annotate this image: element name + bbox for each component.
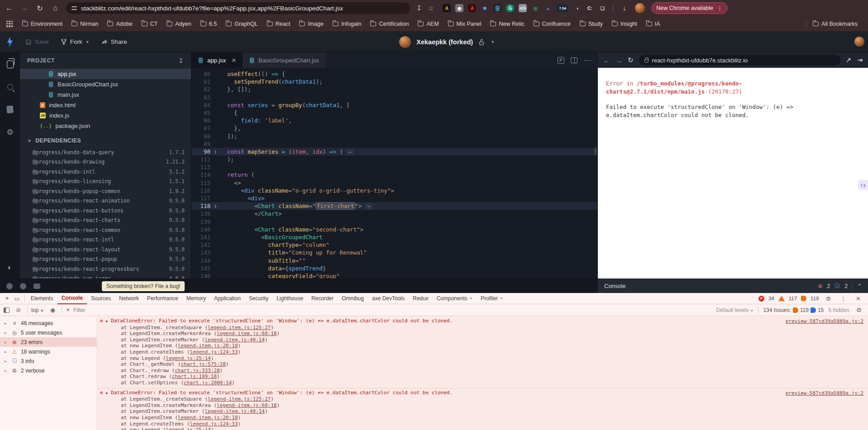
apps-grid-icon[interactable] <box>6 21 13 27</box>
stack-frame-link[interactable]: legend-item.js:125:27 <box>208 325 271 331</box>
prettier-icon[interactable]: P <box>558 57 564 64</box>
log-levels-select[interactable]: Default levels ▼ <box>716 307 754 313</box>
clipboard-ext-icon[interactable]: ❏ <box>598 4 606 12</box>
console-settings-icon[interactable]: ⚙ <box>856 307 862 313</box>
code-line[interactable]: 145 data={spendTrend} <box>191 265 597 272</box>
home-icon[interactable]: ⌂ <box>51 4 60 12</box>
stack-frame-link[interactable]: legend-item.js:40:14 <box>205 337 264 343</box>
stack-frame-link[interactable]: chart.js:199:18 <box>172 373 217 379</box>
dependency-item[interactable]: @progress/kendo-licensing1.5.1 <box>20 177 191 187</box>
bookmark-folder[interactable]: Study <box>576 19 607 28</box>
chevron-down-icon[interactable]: ▼ <box>491 40 495 44</box>
open-side-icon[interactable]: ⇥ <box>857 56 863 64</box>
bookmark-folder[interactable]: New Relic <box>486 19 528 28</box>
bookmark-folder[interactable]: Infogain <box>329 19 365 28</box>
stack-frame-link[interactable]: legend.js:124:33 <box>190 421 238 427</box>
device-toolbar-icon[interactable]: ▭ <box>14 295 19 302</box>
devtools-tab-performance[interactable]: Performance <box>143 293 182 304</box>
code-line[interactable]: 89 <box>191 140 597 148</box>
bookmark-folder[interactable]: GraphQL <box>222 19 262 28</box>
code-line[interactable]: 143 title="Coming up for Renewal" <box>191 249 597 256</box>
devtools-tab-application[interactable]: Application <box>210 293 245 304</box>
search-panel-icon[interactable] <box>5 81 15 92</box>
bookmark-folder[interactable]: Nirman <box>67 19 102 28</box>
hidden-messages-label[interactable]: 5 hidden <box>828 307 849 313</box>
kebab-icon[interactable]: ⋮ <box>717 5 723 12</box>
preview-panel-handle[interactable]: ❮❯ <box>858 180 868 190</box>
code-line[interactable]: 144 subTitle="" <box>191 257 597 265</box>
devtools-tab-axe-devtools[interactable]: axe DevTools <box>368 293 409 304</box>
dropper-ext-icon[interactable]: ◑ <box>573 4 581 12</box>
code-line[interactable]: 140 <Chart className="second-chart"> <box>191 226 597 233</box>
dependency-item[interactable]: @progress/kendo-intl3.1.2 <box>20 167 191 177</box>
console-error-group[interactable]: ⊗▶DataCloneError: Failed to execute 'str… <box>97 317 868 388</box>
error-message-row[interactable]: ⊗▶DataCloneError: Failed to execute 'str… <box>100 318 864 325</box>
warning-count-icon[interactable] <box>778 296 785 301</box>
dependency-item[interactable]: @progress/kendo-popup-common1.9.2 <box>20 186 191 196</box>
screenshot-icon[interactable] <box>33 284 40 289</box>
more-actions-icon[interactable]: ⋯ <box>584 56 591 65</box>
stack-frame-link[interactable]: legend.js:124:33 <box>190 349 238 355</box>
target-ext-icon[interactable]: ◎ <box>531 4 539 12</box>
error-message-row[interactable]: ⊗▶DataCloneError: Failed to execute 'str… <box>100 390 864 397</box>
file-item-package-json[interactable]: {..}package.json <box>20 121 191 131</box>
dependency-item[interactable]: @progress/kendo-react-popup9.5.0 <box>20 255 191 265</box>
file-item-app-jsx[interactable]: app.jsx <box>20 69 191 79</box>
editor-scrollbar-thumb[interactable] <box>594 147 596 155</box>
dependency-item[interactable]: @progress/kendo-svg-icons4.0.0 <box>20 274 191 279</box>
devtools-tab-sources[interactable]: Sources <box>87 293 115 304</box>
file-item-main-jsx[interactable]: main.jsx <box>20 90 191 100</box>
bookmark-folder[interactable]: CT <box>138 19 162 28</box>
console-filter-verbose[interactable]: ▸⚙2 verbose <box>0 366 97 375</box>
preview-address[interactable]: react-hxpthdxt-ufdubb7e.stackblitz.io <box>639 55 840 66</box>
back-icon[interactable]: ← <box>5 4 14 12</box>
preview-forward-icon[interactable]: → <box>615 57 622 64</box>
devtools-settings-icon[interactable]: ⚙ <box>825 295 831 302</box>
files-panel-icon[interactable] <box>5 59 15 70</box>
address-bar[interactable]: stackblitz.com/edit/react-hxpthdxt-ufdub… <box>66 2 410 14</box>
code-line[interactable]: 88 ]); <box>191 132 597 140</box>
fork-button[interactable]: Fork ▼ <box>61 38 90 45</box>
console-filter-user[interactable]: ▸◎5 user messages <box>0 328 97 337</box>
folded-code-icon[interactable]: ⋯ <box>365 203 373 209</box>
bookmark-folder[interactable]: React <box>263 19 295 28</box>
bookmark-folder[interactable]: Environment <box>18 19 67 28</box>
code-line[interactable]: 112 ); <box>191 156 597 163</box>
tab-app-jsx[interactable]: app.jsx ✕ <box>191 52 243 68</box>
bookmark-folder[interactable]: Adyen <box>162 19 195 28</box>
bookmark-folder[interactable]: Image <box>295 19 328 28</box>
devtools-tab-omnibug[interactable]: Omnibug <box>338 293 368 304</box>
code-line[interactable]: 85 { <box>191 109 597 117</box>
inspect-element-icon[interactable]: ⌖ <box>5 295 9 302</box>
devtools-close-icon[interactable]: ✕ <box>856 295 861 302</box>
dependency-item[interactable]: @progress/kendo-react-animation9.5.0 <box>20 196 191 206</box>
code-line[interactable]: 81 setSpendTrend(chartData1); <box>191 78 597 85</box>
stack-frame-link[interactable]: legend.js:25:14 <box>166 427 210 430</box>
code-line[interactable]: 115 <> <box>191 179 597 187</box>
code-line[interactable]: 87 }, <box>191 124 597 132</box>
expand-caret-icon[interactable]: ▸ <box>5 321 8 326</box>
bug-ext-icon[interactable]: ✱ <box>481 4 489 12</box>
console-error-group[interactable]: ⊗▶DataCloneError: Failed to execute 'str… <box>97 388 868 430</box>
site-settings-icon[interactable] <box>72 6 77 10</box>
code-line[interactable]: 114 return ( <box>191 171 597 179</box>
stackblitz-logo[interactable] <box>6 37 14 47</box>
bookmark-folder[interactable]: Mix Panel <box>444 19 486 28</box>
split-editor-icon[interactable] <box>571 57 577 63</box>
stack-frame-link[interactable]: legend-item.js:125:27 <box>208 396 271 402</box>
dependency-item[interactable]: @progress/kendo-react-intl9.5.0 <box>20 235 191 245</box>
code-line[interactable]: 80 useEffect(() => { <box>191 70 597 78</box>
devtools-tab-lighthouse[interactable]: Lighthouse <box>272 293 307 304</box>
preview-back-icon[interactable]: ← <box>603 57 610 64</box>
dependency-item[interactable]: @progress/kendo-react-buttons9.5.0 <box>20 206 191 216</box>
all-bookmarks-button[interactable]: All Bookmarks <box>806 19 862 28</box>
save-button[interactable]: Save <box>25 38 49 45</box>
devtools-tab-security[interactable]: Security <box>245 293 272 304</box>
console-filter-info[interactable]: ▸ⓘ3 info <box>0 356 97 366</box>
browser-avatar[interactable] <box>635 3 645 13</box>
file-item-index-js[interactable]: JSindex.js <box>20 110 191 121</box>
context-selector[interactable]: top ▼ <box>31 307 44 313</box>
stack-frame-link[interactable]: legend-item.js:60:18 <box>217 402 277 408</box>
bookmark-folder[interactable]: Adobe <box>103 19 136 28</box>
code-line[interactable]: 139 <box>191 218 597 226</box>
